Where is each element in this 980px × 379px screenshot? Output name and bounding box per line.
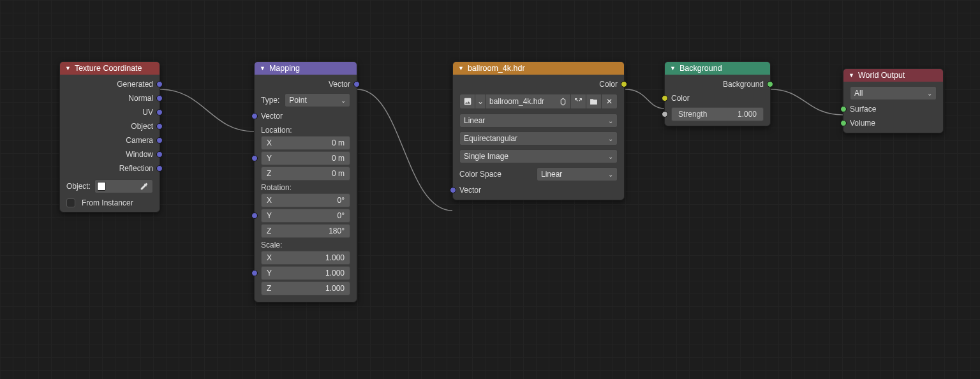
collapse-icon[interactable]: ▼ <box>65 65 71 71</box>
interpolation-dropdown[interactable]: Linear⌄ <box>459 114 618 128</box>
output-uv: UV <box>142 108 153 117</box>
socket-camera[interactable] <box>156 137 163 144</box>
node-header[interactable]: ▼ World Output <box>843 69 943 82</box>
node-mapping[interactable]: ▼ Mapping Vector Type: Point⌄ Vector Loc… <box>254 61 357 302</box>
colorspace-dropdown[interactable]: Linear⌄ <box>537 167 618 181</box>
input-vector: Vector <box>459 186 481 195</box>
chevron-down-icon: ⌄ <box>608 153 613 160</box>
node-background[interactable]: ▼ Background Background Color Strength 1… <box>664 61 771 126</box>
socket-location[interactable] <box>251 155 258 161</box>
socket-vector-out[interactable] <box>353 81 360 87</box>
collapse-icon[interactable]: ▼ <box>849 72 854 78</box>
node-header[interactable]: ▼ Background <box>665 62 770 75</box>
chevron-down-icon: ⌄ <box>608 171 613 178</box>
collapse-icon[interactable]: ▼ <box>670 65 676 71</box>
socket-window[interactable] <box>156 151 163 158</box>
scale-label: Scale: <box>255 238 357 251</box>
chevron-down-icon: ⌄ <box>608 135 613 142</box>
location-y[interactable]: Y0 m <box>261 151 350 165</box>
node-header[interactable]: ▼ Texture Coordinate <box>60 62 160 75</box>
strength-label: Strength <box>678 110 707 119</box>
new-image-icon[interactable] <box>571 94 586 108</box>
input-volume: Volume <box>850 119 875 128</box>
socket-scale[interactable] <box>251 270 258 276</box>
scale-y[interactable]: Y1.000 <box>261 266 350 280</box>
output-reflection: Reflection <box>119 164 153 173</box>
chevron-down-icon: ⌄ <box>341 97 346 104</box>
strength-field[interactable]: Strength 1.000 <box>671 107 764 121</box>
fake-user-icon[interactable] <box>556 94 571 108</box>
open-image-icon[interactable] <box>586 94 602 108</box>
from-instancer-label: From Instancer <box>82 198 133 207</box>
unlink-image-icon[interactable]: ✕ <box>602 94 617 108</box>
socket-color-out[interactable] <box>621 81 627 87</box>
socket-rotation[interactable] <box>251 212 258 219</box>
object-label: Object: <box>66 182 91 191</box>
input-color: Color <box>671 94 690 103</box>
node-header[interactable]: ▼ Mapping <box>255 62 357 75</box>
scale-x[interactable]: X1.000 <box>261 251 350 265</box>
node-world-output[interactable]: ▼ World Output All⌄ Surface Volume <box>843 68 944 133</box>
collapse-icon[interactable]: ▼ <box>458 65 464 71</box>
output-background: Background <box>723 80 764 89</box>
node-environment-texture[interactable]: ▼ ballroom_4k.hdr Color ⌄ ✕ <box>452 61 625 200</box>
node-title: ballroom_4k.hdr <box>468 64 525 73</box>
source-dropdown[interactable]: Single Image⌄ <box>459 149 618 163</box>
output-object: Object <box>131 122 153 131</box>
target-dropdown[interactable]: All⌄ <box>850 86 937 100</box>
output-normal: Normal <box>128 94 153 103</box>
node-title: World Output <box>858 71 905 80</box>
socket-background-out[interactable] <box>767 81 773 87</box>
chevron-down-icon: ⌄ <box>927 90 932 97</box>
from-instancer-checkbox[interactable] <box>66 198 75 207</box>
socket-surface-in[interactable] <box>840 106 847 112</box>
socket-normal[interactable] <box>156 95 163 101</box>
object-swatch-icon <box>97 182 106 191</box>
object-picker[interactable] <box>94 179 153 193</box>
socket-vector-in[interactable] <box>251 113 258 119</box>
output-generated: Generated <box>117 80 153 89</box>
location-label: Location: <box>255 123 357 136</box>
rotation-x[interactable]: X0° <box>261 193 350 207</box>
colorspace-label: Color Space <box>459 170 531 179</box>
output-vector: Vector <box>329 80 350 89</box>
rotation-y[interactable]: Y0° <box>261 209 350 223</box>
input-vector: Vector <box>261 112 283 121</box>
rotation-label: Rotation: <box>255 181 357 193</box>
scale-z[interactable]: Z1.000 <box>261 281 350 295</box>
node-title: Mapping <box>269 64 300 73</box>
socket-volume-in[interactable] <box>840 120 847 126</box>
socket-uv[interactable] <box>156 109 163 115</box>
input-surface: Surface <box>850 105 876 114</box>
location-z[interactable]: Z0 m <box>261 167 350 181</box>
image-filename-input[interactable] <box>486 94 556 108</box>
socket-generated[interactable] <box>156 81 163 87</box>
location-x[interactable]: X0 m <box>261 136 350 150</box>
projection-dropdown[interactable]: Equirectangular⌄ <box>459 131 618 145</box>
node-texture-coordinate[interactable]: ▼ Texture Coordinate Generated Normal UV… <box>59 61 160 212</box>
collapse-icon[interactable]: ▼ <box>260 65 265 71</box>
output-window: Window <box>126 150 153 159</box>
eyedropper-icon[interactable] <box>138 180 151 193</box>
image-menu-chevron-icon[interactable]: ⌄ <box>475 94 486 108</box>
output-color: Color <box>599 80 618 89</box>
type-dropdown[interactable]: Point⌄ <box>285 93 350 107</box>
output-camera: Camera <box>126 136 153 145</box>
socket-strength-in[interactable] <box>662 111 668 117</box>
rotation-z[interactable]: Z180° <box>261 224 350 238</box>
image-browse-icon[interactable] <box>460 94 475 108</box>
node-title: Background <box>679 64 722 73</box>
chevron-down-icon: ⌄ <box>608 117 613 124</box>
node-header[interactable]: ▼ ballroom_4k.hdr <box>453 62 624 75</box>
node-title: Texture Coordinate <box>75 64 142 73</box>
socket-reflection[interactable] <box>156 165 163 172</box>
socket-color-in[interactable] <box>662 95 668 101</box>
type-label: Type: <box>261 96 279 105</box>
socket-vector-in[interactable] <box>450 187 456 193</box>
strength-value: 1.000 <box>738 110 757 119</box>
socket-object[interactable] <box>156 123 163 130</box>
